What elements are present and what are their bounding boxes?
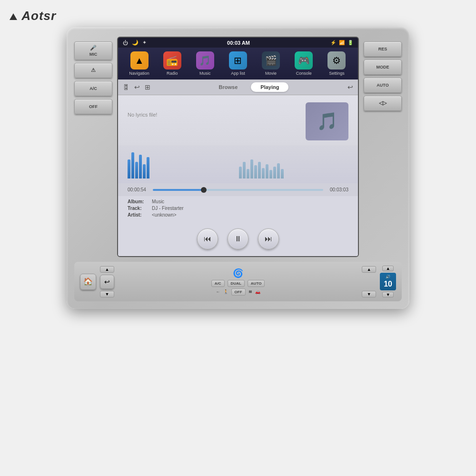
equalizer-icon[interactable]: 🎛 [123,83,129,91]
eq-bar-4 [139,155,142,178]
person-icon: 🚶 [223,289,228,294]
vol-down-button[interactable]: ▼ [382,292,394,298]
ac-left-label: A/C [89,86,97,91]
eq-bars-active [128,152,238,178]
brand-logo: Aotsr [10,9,56,23]
album-label: Album: [128,199,149,204]
right-panel: RES MODE AUTO ◁▷ [364,37,402,111]
progress-thumb [201,187,207,193]
dual-btn[interactable]: DUAL [228,280,245,287]
track-info-album-row: Album: Music [128,199,348,204]
progress-total: 00:03:03 [327,187,348,192]
ac-icons-row: ← 🚶 OFF ≋ 🚗 [216,288,260,296]
mic-label: MIC [89,52,98,57]
ac-center-controls: 🌀 A/C DUAL AUTO ← 🚶 OFF ≋ 🚗 [118,268,358,296]
prev-icon: ⏮ [204,235,211,243]
status-bar: ⏻ 🌙 ✦ 00:03 AM ⚡ 📶 🔋 [118,38,358,48]
bottom-panel: 🏠 ▲ ↩ ▼ 🌀 A/C DUAL AUTO ← 🚶 OF [74,262,402,301]
track-info: Album: Music Track: DJ - Firestarter Art… [118,196,358,224]
back-nav-icon: ↩ [104,278,110,286]
brand-name: Aotsr [21,9,56,23]
settings-app-item[interactable]: ⚙ Settings [324,51,350,76]
nav-up-button[interactable]: ▲ [100,266,114,273]
eq-bar-1 [128,159,130,178]
wifi-icon: 📶 [339,40,345,45]
vol-up-button[interactable]: ▲ [382,266,394,271]
res-button[interactable]: RES [364,41,402,57]
artist-value: <unknown> [152,212,177,218]
moon-icon: 🌙 [132,40,139,46]
logo-triangle-icon [10,13,17,20]
progress-area: 00:00:54 00:03:03 [118,183,358,196]
nav-app-item[interactable]: ▲ Navigation [126,51,152,76]
eq-bars-inactive [239,159,349,178]
track-info-artist-row: Artist: <unknown> [128,212,348,218]
nav-down-button[interactable]: ▼ [100,291,114,298]
ac-right-icon: 🚗 [255,289,260,294]
artist-label: Artist: [128,212,149,218]
grid-icon[interactable]: ⊞ [145,83,150,91]
console-app-label: Console [296,71,312,76]
ac-left-button[interactable]: A/C [74,81,112,96]
radio-app-item[interactable]: 📻 Radio [159,51,185,76]
album-value: Music [152,199,164,204]
back-nav-button[interactable]: ↩ [100,275,114,289]
progress-track[interactable] [153,189,323,191]
nav-right-up-button[interactable]: ▲ [362,266,376,273]
player-toolbar: 🎛 ↩ ⊞ Browse Playing ↩ [118,79,358,95]
eq-bar-6 [147,157,149,178]
heat-icon: ≋ [248,289,252,294]
warning-button[interactable]: ⚠ [74,63,112,78]
mode-button[interactable]: MODE [364,60,402,75]
nav-right-buttons: ▲ ▼ [362,266,376,298]
vol-number: 10 [384,280,392,288]
power-icon: ⏻ [123,40,128,46]
eq-bar-17 [277,163,280,178]
eq-bar-16 [273,167,276,178]
r4-button[interactable]: ◁▷ [364,96,402,111]
eq-bar-11 [254,165,257,178]
eq-bar-18 [281,169,284,178]
tab-playing[interactable]: Playing [251,82,288,92]
res-label: RES [378,47,387,51]
pause-button[interactable]: ⏸ [228,228,248,249]
off-bottom-btn[interactable]: OFF [231,288,246,296]
prev-button[interactable]: ⏮ [197,228,218,249]
music-app-item[interactable]: 🎵 Music [192,51,218,76]
nav-vertical-buttons: ▲ ↩ ▼ [100,266,114,298]
applist-app-item[interactable]: ⊞ App list [225,51,251,76]
brand-header: Aotsr [0,5,476,27]
brightness-icon: ✦ [142,40,147,46]
tab-browse[interactable]: Browse [209,82,248,92]
music-app-label: Music [199,71,211,76]
radio-app-label: Radio [167,71,178,76]
lyrics-area: No lyrics file! 🎵 [118,95,358,145]
auto-bottom-btn[interactable]: AUTO [248,280,265,287]
nav-app-label: Navigation [129,71,149,76]
ac-btn[interactable]: A/C [211,280,225,287]
eq-bar-7 [239,167,242,178]
back-icon[interactable]: ↩ [134,83,140,91]
mic-button[interactable]: 🎤 MIC [74,41,112,60]
off-left-label: OFF [89,104,98,109]
auto-label: AUTO [377,83,388,88]
warning-icon: ⚠ [91,67,96,73]
ac-left-icon: ← [216,289,220,294]
spacer [362,275,376,289]
album-art: 🎵 [306,102,348,140]
next-button[interactable]: ⏭ [258,228,279,249]
applist-app-icon: ⊞ [229,51,247,69]
auto-button[interactable]: AUTO [364,78,402,93]
off-left-button[interactable]: OFF [74,99,112,114]
return-icon[interactable]: ↩ [347,83,353,91]
console-app-item[interactable]: 🎮 Console [291,51,317,76]
nav-right-down-button[interactable]: ▼ [362,291,376,298]
home-button[interactable]: 🏠 [80,274,96,290]
movie-app-icon: 🎬 [262,51,280,69]
eq-bar-5 [143,164,146,178]
eq-bar-8 [243,162,246,178]
eq-bar-10 [250,159,253,178]
music-app-icon: 🎵 [196,51,214,69]
movie-app-item[interactable]: 🎬 Movie [258,51,284,76]
eq-bar-2 [131,152,134,178]
